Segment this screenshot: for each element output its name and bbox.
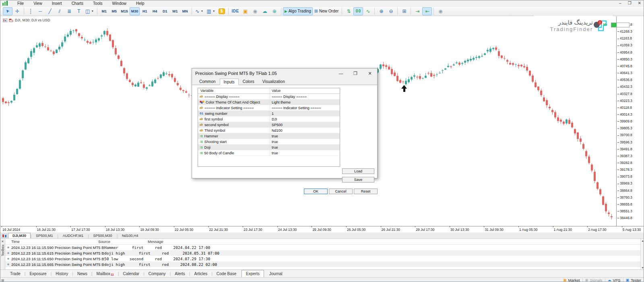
toolbox-tab-exposure[interactable]: Exposure	[25, 270, 50, 277]
time-axis[interactable]: 16 Jul 202416 Jul 21:3017 Jul 17:3018 Ju…	[0, 226, 644, 232]
web-globe-icon[interactable]: ⊕	[270, 7, 279, 15]
scroll-up-icon[interactable]: ▲	[641, 239, 644, 242]
log-row[interactable]: ◆2024.12.23 16:11:15.665Precision Swing …	[5, 261, 640, 267]
input-row[interactable]: absecond symbolSP500	[198, 122, 340, 128]
horizontal-line-tool-icon[interactable]: ─	[35, 7, 45, 15]
input-value[interactable]: DJI	[270, 116, 340, 122]
toolbox-tab-code-base[interactable]: Code Base	[213, 270, 240, 277]
input-value[interactable]: SP500	[270, 122, 340, 127]
chart-tab-audchf-m1[interactable]: AUDCHF,M1	[58, 233, 88, 238]
timeframe-m5[interactable]: M5	[109, 7, 119, 15]
input-row[interactable]: ab===== Display ========== Display =====	[198, 94, 340, 100]
input-row[interactable]: ab===== Indicator Setting ========== Ind…	[198, 105, 340, 111]
input-value[interactable]: true	[270, 139, 340, 144]
dialog-maximize-button[interactable]: ❒	[348, 71, 363, 76]
indicators-window-icon[interactable]: ▥▼	[205, 7, 217, 15]
input-value[interactable]: Nd100	[270, 128, 340, 133]
signals-broadcast-icon[interactable]: ◉	[250, 7, 260, 15]
status-vps[interactable]: ☁VPS	[608, 278, 621, 282]
timeframe-m15[interactable]: M15	[119, 7, 130, 15]
dialog-close-button[interactable]: ✕	[363, 71, 377, 76]
restore-button[interactable]: ❐	[628, 1, 632, 5]
shift-chart-left-icon[interactable]: ⇤	[422, 7, 432, 15]
ok-button[interactable]: OK	[304, 189, 328, 194]
dialog-tab-common[interactable]: Common	[195, 78, 220, 85]
status-market[interactable]: ▣Market	[563, 278, 580, 282]
menu-window[interactable]: Window	[107, 1, 131, 6]
price-axis[interactable]: 41372.841268.341163.841059.340954.840850…	[616, 17, 644, 226]
zoom-out-icon[interactable]: ⊖	[386, 7, 396, 15]
input-row[interactable]: ⇉Dojitrue	[198, 145, 340, 150]
input-row[interactable]: abThird symbolNd100	[198, 128, 340, 133]
menu-file[interactable]: File	[12, 1, 29, 6]
chart-line-type-icon[interactable]: ∿▼	[194, 7, 205, 15]
input-row[interactable]: ⇉50 Body of Candletrue	[198, 150, 340, 156]
metaeditor-ide-icon[interactable]: IDE	[230, 7, 241, 15]
input-row[interactable]: ⇉Shooting starttrue	[198, 139, 340, 145]
dialog-tab-inputs[interactable]: Inputs	[220, 79, 239, 85]
toolbox-tab-calendar[interactable]: Calendar	[119, 270, 144, 277]
toolbox-close-icon[interactable]: ✕	[1, 240, 4, 243]
toolbox-tab-experts[interactable]: Experts	[242, 270, 264, 277]
save-button[interactable]: Save	[342, 177, 374, 182]
chart-area[interactable]: DJI, M30: DJI vs USD 41372.841268.341163…	[0, 17, 644, 226]
menu-charts[interactable]: Charts	[67, 1, 88, 6]
input-row[interactable]: ⇉Hammertrue	[198, 133, 340, 139]
input-value[interactable]: 1	[270, 111, 340, 116]
menu-tools[interactable]: Tools	[88, 1, 107, 6]
dialog-title-bar[interactable]: Precision Swing Point MT5 By TFlab 1.05 …	[192, 68, 377, 78]
input-value[interactable]: true	[270, 133, 340, 139]
status-signals[interactable]: ◉Signals	[585, 278, 603, 282]
pause-candles-icon[interactable]: 00	[353, 7, 363, 15]
toolbox-tab-mailbox[interactable]: Mailbox11	[93, 270, 118, 277]
vps-green-icon[interactable]: ᴹᵛ	[603, 23, 607, 27]
minimize-button[interactable]: –	[619, 1, 621, 5]
input-value[interactable]: true	[270, 145, 340, 150]
timeframe-mn[interactable]: MN	[180, 7, 190, 15]
text-tool-icon[interactable]: T	[74, 7, 84, 15]
chart-tab-dji-m30[interactable]: DJI,M30	[8, 233, 31, 238]
load-button[interactable]: Load	[342, 168, 374, 174]
toolbox-tab-trade[interactable]: Trade	[6, 270, 25, 277]
trendline-tool-icon[interactable]: ╱	[45, 7, 55, 15]
screenshot-camera-icon[interactable]: ◉	[436, 7, 445, 15]
timeframe-h1[interactable]: H1	[140, 7, 150, 15]
currency-dollar-icon[interactable]: $	[217, 7, 227, 15]
chart-tab-sp500-m30[interactable]: SP500,M30	[89, 233, 117, 238]
input-value[interactable]: ===== Display =====	[270, 94, 340, 99]
vertical-line-tool-icon[interactable]: ┆	[26, 7, 35, 15]
dialog-tab-colors[interactable]: Colors	[239, 78, 258, 85]
timeframe-w1[interactable]: W1	[170, 7, 180, 15]
log-row[interactable]: ◆2024.12.23 16:11:15.650Precision Swing …	[5, 256, 640, 261]
crosshair-tool-icon[interactable]: ✛	[12, 7, 22, 15]
new-order-icon[interactable]: ⊞New Order	[313, 7, 341, 15]
zoom-in-icon[interactable]: ⊕	[376, 7, 386, 15]
tile-windows-icon[interactable]: ⊞	[399, 7, 409, 15]
algo-trading-icon[interactable]: ▶Algo Trading	[283, 7, 313, 15]
chart-tab-sp500-m1[interactable]: SP500,M1	[31, 233, 57, 238]
status-tester[interactable]: ▣Tester	[626, 278, 641, 282]
zigzag-line-icon[interactable]: ∿	[363, 7, 373, 15]
menu-insert[interactable]: Insert	[47, 1, 67, 6]
toolbox-scrollbar[interactable]: ▲ ▼	[640, 239, 644, 270]
cursor-tool-icon[interactable]: ➤	[3, 7, 12, 15]
toolbox-tab-company[interactable]: Company	[144, 270, 170, 277]
toolbox-tab-news[interactable]: News	[73, 270, 91, 277]
toolbox-tab-history[interactable]: History	[52, 270, 72, 277]
toolbox-tab-articles[interactable]: Articles	[190, 270, 211, 277]
market-bag-icon[interactable]: ▣	[241, 7, 250, 15]
andrews-fork-tool-icon[interactable]: ≣	[64, 7, 74, 15]
timeframe-m30[interactable]: M30	[130, 7, 140, 15]
input-row[interactable]: Color Theme Of Chart And ObjectLight the…	[198, 100, 340, 105]
input-value[interactable]: ===== Indicator Setting =====	[270, 105, 340, 110]
input-value[interactable]: true	[270, 150, 340, 156]
dialog-minimize-button[interactable]: —	[334, 71, 348, 76]
dialog-tab-visualization[interactable]: Visualization	[258, 78, 289, 85]
input-row[interactable]: 01swing number1	[198, 111, 340, 116]
log-row[interactable]: ◆2024.12.23 16:11:15.615Precision Swing …	[5, 250, 640, 256]
chart-tab-nd100-h4[interactable]: Nd100,H4	[118, 233, 143, 238]
log-row[interactable]: ◆2024.12.23 16:11:15.590Precision Swing …	[5, 245, 640, 250]
timeframe-h4[interactable]: H4	[150, 7, 160, 15]
input-value[interactable]: Light theme	[270, 100, 340, 105]
timeframe-d1[interactable]: D1	[160, 7, 170, 15]
